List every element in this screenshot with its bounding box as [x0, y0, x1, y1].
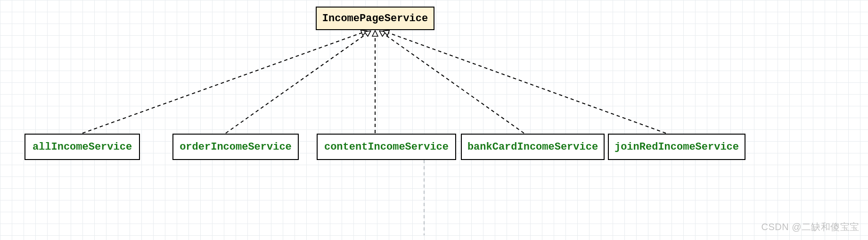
child-label-order: orderIncomeService [180, 141, 292, 153]
child-node-joinred: joinRedIncomeService [608, 134, 745, 160]
child-node-all: allIncomeService [25, 134, 140, 160]
edge-bankcard-to-parent [380, 31, 524, 133]
diagram-canvas: IncomePageService allIncomeService order… [0, 0, 868, 240]
child-label-bankcard: bankCardIncomeService [467, 141, 598, 153]
edge-joinred-to-parent [384, 31, 666, 133]
child-node-content: contentIncomeService [317, 134, 456, 160]
edge-order-to-parent [226, 31, 370, 133]
edge-all-to-parent [82, 31, 367, 133]
child-label-all: allIncomeService [33, 141, 132, 153]
edges-layer [0, 0, 868, 240]
parent-label: IncomePageService [322, 13, 428, 24]
child-node-bankcard: bankCardIncomeService [461, 134, 605, 160]
child-label-joinred: joinRedIncomeService [614, 141, 739, 153]
child-label-content: contentIncomeService [324, 141, 449, 153]
parent-node: IncomePageService [316, 7, 434, 30]
child-node-order: orderIncomeService [172, 134, 299, 160]
